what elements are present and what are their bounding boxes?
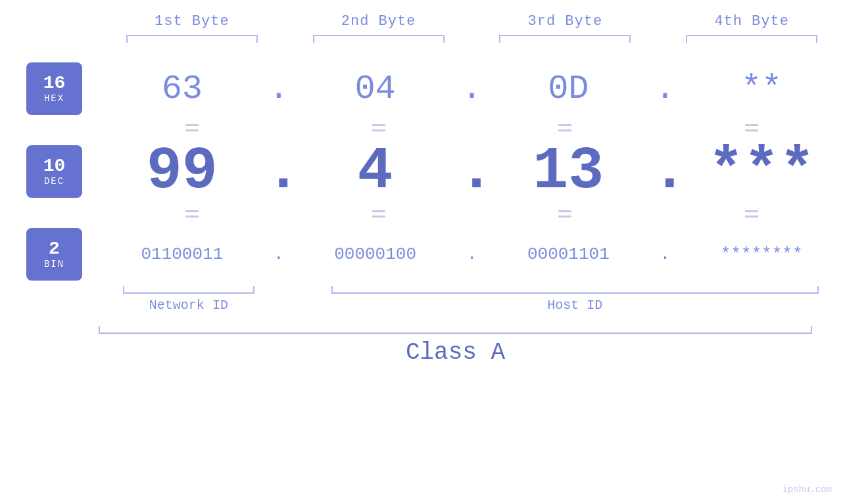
bin-dot1: . (266, 244, 292, 264)
eq2-b3 (472, 204, 659, 224)
bin-values-row: 01100011 . 00000100 . 00001101 . *******… (99, 244, 845, 264)
hex-b3: 0D (485, 70, 652, 108)
eq1-b3 (472, 118, 659, 138)
dec-dot1: . (266, 142, 292, 201)
dec-base-name: DEC (44, 176, 64, 187)
equals-row-1 (0, 118, 845, 138)
eq2-b4 (658, 204, 845, 224)
watermark: ipshu.com (782, 484, 832, 495)
hex-b4: ** (678, 70, 845, 108)
hex-base-box: 16 HEX (26, 62, 82, 115)
bin-b4: ******** (678, 244, 845, 264)
dec-label-col: 10 DEC (26, 145, 99, 198)
bin-label-col: 2 BIN (26, 228, 99, 281)
byte3-label: 3rd Byte (472, 13, 659, 30)
eq1-b1 (99, 118, 285, 138)
spacer1 (279, 286, 305, 313)
eq1-b4 (658, 118, 845, 138)
eq2-b1 (99, 204, 285, 224)
bin-b3: 00001101 (485, 244, 652, 264)
bin-dot2: . (459, 244, 485, 264)
bracket-col-3 (472, 35, 659, 43)
header-row: 1st Byte 2nd Byte 3rd Byte 4th Byte (0, 13, 845, 30)
dec-b2: 4 (292, 142, 459, 201)
byte2-label: 2nd Byte (285, 13, 472, 30)
dec-base-num: 10 (43, 156, 66, 177)
bin-row: 2 BIN 01100011 . 00000100 . 00001101 . (0, 228, 845, 281)
bracket-line-4 (686, 35, 817, 43)
dec-base-box: 10 DEC (26, 145, 82, 198)
bin-dot3: . (652, 244, 678, 264)
dec-b3: 13 (485, 142, 652, 201)
hex-dot2: . (459, 70, 485, 108)
main-container: 1st Byte 2nd Byte 3rd Byte 4th Byte 16 H… (0, 0, 845, 504)
host-bracket (331, 286, 819, 294)
bracket-col-4 (658, 35, 845, 43)
bracket-col-2 (285, 35, 472, 43)
hex-label-col: 16 HEX (26, 62, 99, 115)
class-bracket (99, 326, 812, 334)
hex-dot3: . (652, 70, 678, 108)
network-id-label: Network ID (149, 298, 228, 313)
bracket-line-3 (499, 35, 631, 43)
hex-row: 16 HEX 63 . 04 . 0D . ** (0, 62, 845, 115)
bin-b1: 01100011 (99, 244, 266, 264)
bin-base-box: 2 BIN (26, 228, 82, 281)
eq2-b2 (285, 204, 472, 224)
hex-dot1: . (266, 70, 292, 108)
bracket-line-2 (313, 35, 445, 43)
bracket-line-1 (126, 35, 258, 43)
eq1-b2 (285, 118, 472, 138)
byte4-label: 4th Byte (658, 13, 845, 30)
class-label: Class A (99, 339, 812, 366)
top-bracket-row (0, 35, 845, 43)
class-row: Class A (0, 326, 845, 366)
hex-base-name: HEX (44, 93, 64, 104)
network-bracket (123, 286, 254, 294)
byte1-label: 1st Byte (99, 13, 285, 30)
bin-b2: 00000100 (292, 244, 459, 264)
dec-dot3: . (652, 142, 678, 201)
host-id-label: Host ID (547, 298, 602, 313)
bin-base-name: BIN (44, 259, 64, 269)
hex-b2: 04 (292, 70, 459, 108)
dec-b4: *** (678, 142, 845, 201)
network-id-section: Network ID (99, 286, 279, 313)
bracket-col-1 (99, 35, 285, 43)
dec-row: 10 DEC 99 . 4 . 13 . *** (0, 142, 845, 201)
dec-dot2: . (459, 142, 485, 201)
bottom-bracket-row: Network ID Host ID (0, 286, 845, 313)
hex-b1: 63 (99, 70, 266, 108)
bin-base-num: 2 (49, 239, 60, 260)
equals-row-2 (0, 204, 845, 224)
host-id-section: Host ID (305, 286, 845, 313)
dec-values-row: 99 . 4 . 13 . *** (99, 142, 845, 201)
dec-b1: 99 (99, 142, 266, 201)
hex-values-row: 63 . 04 . 0D . ** (99, 70, 845, 108)
hex-base-num: 16 (43, 74, 66, 94)
